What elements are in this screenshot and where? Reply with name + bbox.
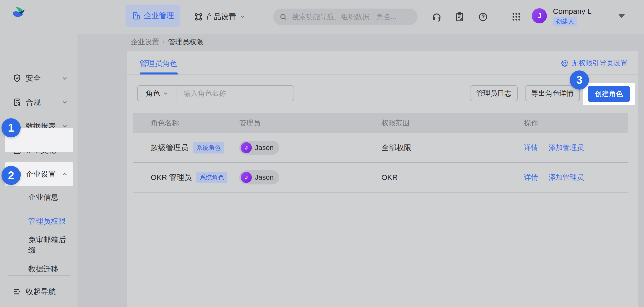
global-search[interactable] [273, 9, 418, 25]
role-name-field [177, 86, 294, 101]
sidebar-label: 企业信息 [28, 192, 58, 203]
col-header-admin: 管理员 [239, 118, 381, 128]
table-row: 超级管理员 系统角色 J Jason 全部权限 详情 添加管理员 [133, 133, 628, 163]
col-header-scope: 权限范围 [381, 118, 524, 128]
chevron-down-icon [61, 75, 68, 82]
search-icon [279, 13, 287, 21]
chevron-down-icon [61, 99, 68, 106]
admin-avatar: J [241, 172, 252, 183]
filter-type-select[interactable]: 角色 [138, 86, 177, 101]
sidebar-subitem-company-info[interactable]: 企业信息 [5, 185, 73, 209]
table-row: OKR 管理员 系统角色 J Jason OKR 详情 添加管理员 [133, 163, 628, 193]
apps-grid-icon[interactable] [510, 11, 522, 23]
export-role-details-button[interactable]: 导出角色详情 [525, 85, 580, 101]
role-name: 超级管理员 [151, 143, 188, 153]
filter-select-label: 角色 [146, 89, 160, 98]
sidebar-item-compliance[interactable]: 合规 [5, 90, 73, 114]
collapse-nav-label: 收起导航 [26, 287, 56, 297]
table-header-row: 角色名称 管理员 权限范围 操作 [133, 113, 628, 133]
nav-product-label: 产品设置 [206, 12, 236, 22]
tab-row-divider [127, 74, 638, 75]
avatar-letter: J [537, 12, 541, 20]
role-name-input[interactable] [177, 86, 294, 101]
role-name: OKR 管理员 [151, 172, 192, 183]
topbar-divider [502, 10, 502, 24]
sidebar-label: 数据迁移 [28, 264, 58, 274]
brand-logo-icon [11, 6, 27, 22]
tab-admin-roles[interactable]: 管理员角色 [140, 58, 177, 69]
add-admin-link[interactable]: 添加管理员 [549, 143, 584, 152]
col-header-role-name: 角色名称 [133, 118, 239, 128]
nav-product-settings[interactable]: 产品设置 [194, 0, 246, 34]
sidebar-label: 企业设置 [26, 169, 61, 179]
admin-name: Jason [255, 173, 274, 181]
breadcrumb-separator-icon: › [163, 39, 165, 46]
admin-name: Jason [255, 144, 274, 152]
gear-icon [561, 59, 569, 67]
create-role-button[interactable]: 创建角色 [588, 86, 630, 102]
tour-step-3-badge: 3 [570, 70, 589, 90]
role-badge: 创建人 [553, 17, 577, 26]
admin-roles-panel: 管理员角色 无权限引导页设置 角色 管理员日志 导 [127, 51, 638, 307]
sidebar-label: 合规 [26, 97, 61, 107]
admin-log-button[interactable]: 管理员日志 [470, 85, 518, 101]
admin-console: 企业管理 产品设置 [0, 0, 644, 307]
details-link[interactable]: 详情 [524, 173, 538, 182]
search-input[interactable] [291, 13, 412, 21]
breadcrumb-parent[interactable]: 企业设置 [131, 37, 159, 47]
sidebar-subitem-email-suffix[interactable]: 免审邮箱后缀 [5, 233, 73, 257]
sidebar-label: 免审邮箱后缀 [28, 235, 73, 255]
details-link[interactable]: 详情 [524, 143, 538, 152]
product-grid-icon [194, 12, 203, 21]
system-role-tag: 系统角色 [196, 172, 227, 183]
col-header-actions: 操作 [524, 118, 628, 128]
sidebar-subitem-data-migration[interactable]: 数据迁移 [5, 257, 73, 281]
chevron-down-icon [163, 90, 169, 96]
breadcrumb-current: 管理员权限 [168, 37, 203, 47]
support-headset-icon[interactable] [431, 11, 443, 23]
help-icon[interactable] [477, 11, 489, 23]
collapse-nav-icon [13, 287, 22, 296]
roles-table: 角色名称 管理员 权限范围 操作 超级管理员 系统角色 J Jason 全部权限 [133, 113, 628, 193]
sidebar-divider [8, 275, 70, 276]
add-admin-link[interactable]: 添加管理员 [549, 173, 584, 182]
admin-chip[interactable]: J Jason [239, 170, 279, 184]
company-name: Company L [553, 7, 591, 16]
role-filter: 角色 [137, 85, 294, 101]
sidebar-item-security[interactable]: 安全 [5, 66, 73, 90]
tour-step-1-badge: 1 [2, 118, 21, 137]
create-role-spotlight: 创建角色 [583, 83, 635, 105]
shield-check-icon [13, 74, 22, 83]
sidebar-label: 安全 [26, 73, 61, 84]
collapse-nav-button[interactable]: 收起导航 [5, 280, 73, 304]
feedback-clipboard-icon[interactable] [454, 11, 466, 23]
sidebar-label: 管理员权限 [28, 216, 66, 226]
guide-link-label: 无权限引导页设置 [571, 58, 628, 68]
admin-avatar: J [241, 142, 252, 153]
no-permission-guide-settings-link[interactable]: 无权限引导页设置 [561, 58, 628, 68]
profile-caret-icon[interactable] [618, 14, 625, 18]
tour-step-2-badge: 2 [2, 166, 21, 185]
permission-scope: 全部权限 [381, 143, 524, 153]
topbar: 企业管理 产品设置 [0, 0, 644, 34]
system-role-tag: 系统角色 [193, 142, 224, 154]
chevron-up-icon [61, 171, 68, 178]
chevron-down-icon [239, 14, 246, 20]
nav-enterprise-label: 企业管理 [144, 11, 174, 21]
building-icon [132, 11, 141, 20]
user-avatar[interactable]: J [532, 8, 547, 23]
nav-enterprise-admin[interactable]: 企业管理 [126, 5, 180, 27]
breadcrumb: 企业设置 › 管理员权限 [131, 37, 203, 47]
admin-chip[interactable]: J Jason [239, 141, 279, 155]
document-seal-icon [13, 98, 22, 107]
sidebar-subitem-admin-permissions[interactable]: 管理员权限 [5, 209, 73, 233]
permission-scope: OKR [381, 173, 524, 182]
